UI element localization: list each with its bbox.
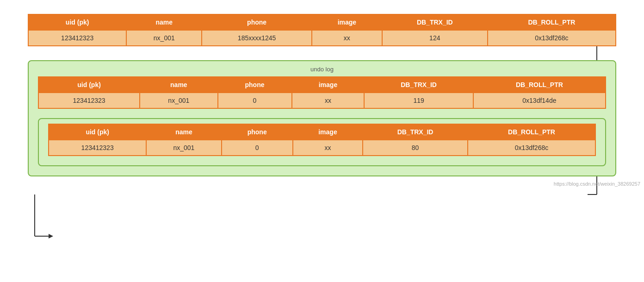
undo-table-2: uid (pk) name phone image DB_TRX_ID DB_R…	[48, 124, 596, 156]
col-uid-1: uid (pk)	[38, 77, 140, 93]
col-image-2: image	[293, 124, 363, 140]
top-table: uid (pk) name phone image DB_TRX_ID DB_R…	[28, 14, 616, 46]
cell-db-roll-ptr-2: 0x13df268c	[468, 140, 595, 156]
undo-log-label: undo log	[38, 66, 606, 73]
col-phone-2: phone	[222, 124, 293, 140]
col-name: name	[126, 14, 202, 30]
col-uid: uid (pk)	[28, 14, 126, 30]
cell-uid-2: 123412323	[49, 140, 146, 156]
watermark: https://blog.csdn.net/weixin_38269257	[554, 181, 640, 187]
table-row: 123412323 nx_001 0 xx 80 0x13df268c	[49, 140, 595, 156]
table-row: 123412323 nx_001 185xxxx1245 xx 124 0x13…	[28, 30, 616, 46]
cell-name: nx_001	[126, 30, 202, 46]
undo-log-inner: uid (pk) name phone image DB_TRX_ID DB_R…	[38, 118, 606, 166]
col-db-trx-id-1: DB_TRX_ID	[364, 77, 473, 93]
cell-phone-1: 0	[218, 93, 292, 108]
undo-log-outer: undo log uid (pk) name phone image DB_TR…	[28, 60, 616, 176]
col-db-roll-ptr-1: DB_ROLL_PTR	[473, 77, 606, 93]
col-db-trx-id-2: DB_TRX_ID	[363, 124, 468, 140]
cell-db-trx-id-2: 80	[363, 140, 468, 156]
col-phone: phone	[202, 14, 312, 30]
cell-image: xx	[312, 30, 382, 46]
cell-image-1: xx	[292, 93, 365, 108]
col-db-roll-ptr-2: DB_ROLL_PTR	[468, 124, 595, 140]
cell-name-2: nx_001	[146, 140, 221, 156]
col-name-1: name	[140, 77, 217, 93]
cell-image-2: xx	[293, 140, 363, 156]
col-image-1: image	[292, 77, 365, 93]
cell-db-roll-ptr-1: 0x13df14de	[473, 93, 606, 108]
page-container: uid (pk) name phone image DB_TRX_ID DB_R…	[0, 0, 644, 190]
col-db-trx-id: DB_TRX_ID	[382, 14, 488, 30]
cell-db-roll-ptr: 0x13df268c	[488, 30, 616, 46]
cell-uid-1: 123412323	[38, 93, 140, 108]
undo-table-1: uid (pk) name phone image DB_TRX_ID DB_R…	[38, 76, 606, 109]
top-table-wrapper: uid (pk) name phone image DB_TRX_ID DB_R…	[28, 14, 616, 46]
cell-db-trx-id: 124	[382, 30, 488, 46]
col-image: image	[312, 14, 382, 30]
cell-uid: 123412323	[28, 30, 126, 46]
svg-marker-11	[49, 234, 53, 238]
col-phone-1: phone	[218, 77, 292, 93]
col-db-roll-ptr: DB_ROLL_PTR	[488, 14, 616, 30]
cell-db-trx-id-1: 119	[364, 93, 473, 108]
cell-phone-2: 0	[222, 140, 293, 156]
cell-phone: 185xxxx1245	[202, 30, 312, 46]
table-row: 123412323 nx_001 0 xx 119 0x13df14de	[38, 93, 606, 108]
col-uid-2: uid (pk)	[49, 124, 146, 140]
cell-name-1: nx_001	[140, 93, 217, 108]
col-name-2: name	[146, 124, 221, 140]
